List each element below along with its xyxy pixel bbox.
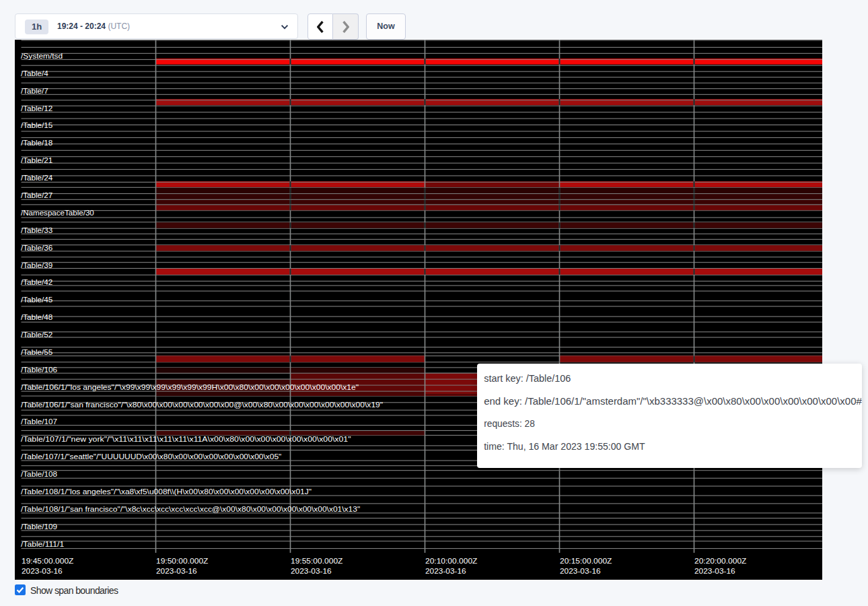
svg-text:2023-03-16: 2023-03-16 [560,567,601,575]
svg-text:/Table/106: /Table/106 [21,366,57,374]
svg-text:2023-03-16: 2023-03-16 [156,567,197,575]
svg-text:end key: /Table/106/1/"amsterd: end key: /Table/106/1/"amsterdam"/"\xb33… [484,396,862,407]
svg-text:/Table/107: /Table/107 [21,417,57,426]
svg-text:/Table/15: /Table/15 [21,121,52,129]
svg-text:requests: 28: requests: 28 [484,418,535,429]
svg-text:/Table/55: /Table/55 [21,348,52,356]
svg-text:/Table/4: /Table/4 [21,69,48,77]
svg-text:/NamespaceTable/30: /NamespaceTable/30 [21,209,94,217]
svg-text:/Table/36: /Table/36 [21,244,52,252]
svg-text:time: Thu, 16 Mar 2023 19:55:0: time: Thu, 16 Mar 2023 19:55:00 GMT [484,441,645,452]
svg-text:/Table/107/1/"new york"/"\x11\: /Table/107/1/"new york"/"\x11\x11\x11\x1… [21,435,351,443]
svg-text:/Table/21: /Table/21 [21,156,52,164]
svg-text:/Table/39: /Table/39 [21,261,52,269]
svg-text:/Table/108/1/"los angeles"/"\x: /Table/108/1/"los angeles"/"\xa8\xf5\u00… [21,487,312,496]
svg-text:/Table/45: /Table/45 [21,296,52,304]
svg-text:19:45:00.000Z: 19:45:00.000Z [22,557,74,565]
svg-text:/Table/108: /Table/108 [21,470,57,478]
svg-text:/Table/24: /Table/24 [21,174,52,182]
svg-text:/Table/18: /Table/18 [21,139,52,147]
svg-text:/Table/52: /Table/52 [21,331,52,339]
svg-text:/Table/106/1/"san francisco"/": /Table/106/1/"san francisco"/"\x80\x00\x… [21,401,383,409]
svg-text:/Table/33: /Table/33 [21,226,52,234]
svg-text:/Table/107/1/"seattle"/"UUUUUU: /Table/107/1/"seattle"/"UUUUUUD\x00\x80\… [21,452,281,461]
svg-text:20:10:00.000Z: 20:10:00.000Z [425,557,478,565]
svg-text:/Table/48: /Table/48 [21,313,52,321]
svg-text:20:20:00.000Z: 20:20:00.000Z [694,557,747,565]
svg-text:/Table/108/1/"san francisco"/": /Table/108/1/"san francisco"/"\x8c\xcc\x… [21,505,360,513]
svg-text:/Table/12: /Table/12 [21,104,52,112]
svg-text:/Table/106/1/"los angeles"/"\x: /Table/106/1/"los angeles"/"\x99\x99\x99… [21,383,359,391]
svg-text:2023-03-16: 2023-03-16 [22,567,63,575]
svg-text:start key: /Table/106: start key: /Table/106 [484,373,571,384]
svg-text:/Table/109: /Table/109 [21,523,57,531]
svg-text:/Table/42: /Table/42 [21,278,52,286]
svg-text:/Table/7: /Table/7 [21,87,48,95]
svg-text:19:55:00.000Z: 19:55:00.000Z [291,557,343,565]
svg-text:20:15:00.000Z: 20:15:00.000Z [560,557,612,565]
svg-text:2023-03-16: 2023-03-16 [291,567,332,575]
svg-text:2023-03-16: 2023-03-16 [425,567,466,575]
svg-text:2023-03-16: 2023-03-16 [694,567,735,575]
svg-text:/Table/111/1: /Table/111/1 [21,540,64,548]
svg-text:/Table/27: /Table/27 [21,191,52,199]
svg-text:19:50:00.000Z: 19:50:00.000Z [156,557,209,565]
svg-text:/System/tsd: /System/tsd [21,52,63,60]
